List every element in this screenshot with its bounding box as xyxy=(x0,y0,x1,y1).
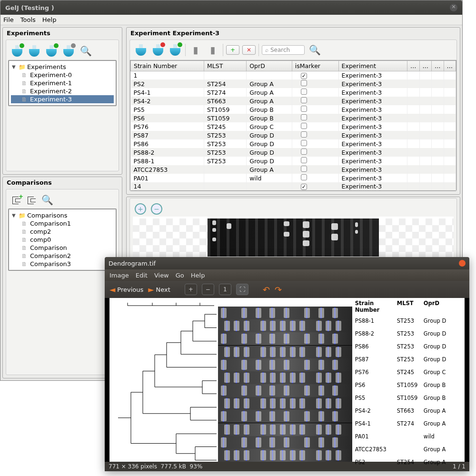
rotate-left-button[interactable]: ↶ xyxy=(263,285,270,295)
close-icon[interactable]: ✕ xyxy=(450,4,457,11)
titlebar[interactable]: GelJ (Testing ) ✕ xyxy=(0,0,462,15)
next-button[interactable]: ►Next xyxy=(148,285,170,294)
zoom-in-button[interactable]: + xyxy=(135,203,146,215)
checkbox[interactable] xyxy=(301,166,307,172)
th-mlst[interactable]: MLST xyxy=(204,61,247,71)
zoom-fit-button[interactable]: ⛶ xyxy=(236,284,248,295)
zoom-in-button[interactable]: + xyxy=(185,284,197,295)
remove-button[interactable]: ✕ xyxy=(242,45,256,55)
th-oprd[interactable]: OprD xyxy=(247,61,292,71)
edit-experiment-button[interactable] xyxy=(134,43,148,57)
search-input[interactable]: ⌕Search xyxy=(262,45,305,55)
viewer-menu-go[interactable]: Go xyxy=(176,272,184,279)
status-page: 1 / 1 xyxy=(453,463,466,470)
viewer-toolbar: ◄Previous ►Next + − 1 ⛶ ↶ ↷ xyxy=(105,281,469,298)
viewer-menu-image[interactable]: Image xyxy=(109,272,129,279)
table-row[interactable]: PS86ST253Group DExperiment-3 xyxy=(131,139,456,148)
tree-item[interactable]: 🗎Comparison3 xyxy=(11,260,114,268)
table-row[interactable]: PA01wildExperiment-3 xyxy=(131,174,456,182)
dendrogram-data-column: Strain Number MLST OprD PS88-1ST253Group… xyxy=(352,298,465,462)
tree-item[interactable]: 🗎Comparison2 xyxy=(11,252,114,260)
tree-item[interactable]: 🗎Experiment-2 xyxy=(11,87,114,95)
table-row[interactable]: 14Experiment-3 xyxy=(131,182,456,190)
th-ismarker[interactable]: isMarker xyxy=(292,61,338,71)
experiments-tree[interactable]: ▼📁Experiments🗎Experiment-0🗎Experiment-1🗎… xyxy=(8,60,117,106)
previous-button[interactable]: ◄Previous xyxy=(109,285,143,294)
checkbox[interactable] xyxy=(301,140,307,146)
rotate-right-button[interactable]: ↷ xyxy=(275,285,282,295)
table-row[interactable]: PS5ST1059Group BExperiment-3 xyxy=(131,105,456,114)
tree-item[interactable]: 🗎Experiment-1 xyxy=(11,79,114,87)
flask-duplicate-button[interactable] xyxy=(168,43,182,57)
marker-tool-2[interactable]: ▮ xyxy=(206,43,220,57)
zoom-out-button[interactable]: − xyxy=(151,203,162,215)
th-extra[interactable]: … xyxy=(444,61,456,71)
checkbox[interactable] xyxy=(301,97,307,103)
checkbox[interactable] xyxy=(301,174,307,180)
table-row[interactable]: PS88-1ST253Group DExperiment-3 xyxy=(131,157,456,165)
checkbox[interactable] xyxy=(301,114,307,120)
th-extra[interactable]: … xyxy=(432,61,444,71)
close-icon[interactable] xyxy=(459,260,466,267)
tree-item[interactable]: 🗎comp2 xyxy=(11,228,114,236)
tree-root[interactable]: ▼📁Experiments xyxy=(11,63,114,71)
tree-item[interactable]: 🗎Comparison1 xyxy=(11,219,114,228)
new-experiment-button[interactable] xyxy=(10,44,24,58)
zoom-out-button[interactable]: − xyxy=(202,284,214,295)
table-row[interactable]: PS4-1ST274Group AExperiment-3 xyxy=(131,88,456,97)
comparisons-toolbar: + 🔍 xyxy=(8,191,117,208)
table-row[interactable]: PS4-2ST663Group AExperiment-3 xyxy=(131,97,456,105)
checkbox[interactable] xyxy=(301,149,307,155)
viewer-body: Strain Number MLST OprD PS88-1ST253Group… xyxy=(105,298,469,462)
checkbox[interactable] xyxy=(301,184,307,190)
delete-experiment-button[interactable] xyxy=(151,43,165,57)
menu-file[interactable]: File xyxy=(3,16,14,23)
viewer-menu-help[interactable]: Help xyxy=(191,272,205,279)
flask-button-4[interactable] xyxy=(61,44,76,58)
viewer-titlebar[interactable]: Dendrogram.tif xyxy=(105,257,469,269)
tree-item[interactable]: 🗎comp0 xyxy=(11,236,114,244)
binoculars-icon[interactable]: 🔍 xyxy=(79,44,93,58)
checkbox[interactable] xyxy=(301,157,307,163)
search-icon: ⌕ xyxy=(265,47,268,53)
tree-item[interactable]: 🗎Experiment-3 xyxy=(11,95,114,103)
table-row[interactable]: PS6ST1059Group BExperiment-3 xyxy=(131,114,456,122)
th-extra[interactable]: … xyxy=(407,61,420,71)
zoom-100-button[interactable]: 1 xyxy=(219,284,231,295)
table-row[interactable]: PS88-2ST253Group DExperiment-3 xyxy=(131,148,456,157)
table-row[interactable]: PS76ST245Group CExperiment-3 xyxy=(131,122,456,131)
th-experiment[interactable]: Experiment xyxy=(338,61,407,71)
viewer-menu-edit[interactable]: Edit xyxy=(136,272,148,279)
marker-tool-1[interactable]: ▮ xyxy=(188,43,203,57)
checkbox[interactable] xyxy=(301,123,307,129)
flask-button-2[interactable] xyxy=(27,44,41,58)
new-dendrogram-button[interactable]: + xyxy=(10,193,23,207)
table-row[interactable]: ATCC27853Group AExperiment-3 xyxy=(131,165,456,174)
menu-tools[interactable]: Tools xyxy=(20,16,36,23)
dendrogram-row: PS76ST245Group C xyxy=(352,366,465,378)
comparisons-tree[interactable]: ▼📁Comparisons🗎Comparison1🗎comp2🗎comp0🗎Co… xyxy=(8,208,117,271)
table-row[interactable]: PS87ST253Group DExperiment-3 xyxy=(131,131,456,139)
checkbox[interactable] xyxy=(301,73,307,79)
checkbox[interactable] xyxy=(301,80,307,86)
dendrogram-button[interactable] xyxy=(25,193,39,207)
checkbox[interactable] xyxy=(301,106,307,112)
dendrogram xyxy=(109,308,218,467)
checkbox[interactable] xyxy=(301,89,307,95)
th-extra[interactable]: … xyxy=(419,61,432,71)
table-row[interactable]: 1Experiment-3 xyxy=(131,71,456,80)
strain-table[interactable]: Strain Number MLST OprD isMarker Experim… xyxy=(130,60,456,191)
tree-item[interactable]: 🗎Experiment-0 xyxy=(11,71,114,79)
flask-button-3[interactable] xyxy=(44,44,59,58)
th-strain[interactable]: Strain Number xyxy=(131,61,204,71)
menu-help[interactable]: Help xyxy=(42,16,57,23)
table-row[interactable]: PS2ST254Group AExperiment-3 xyxy=(131,79,456,88)
tree-item[interactable]: 🗎Comparison xyxy=(11,244,114,252)
divider xyxy=(185,44,186,56)
checkbox[interactable] xyxy=(301,131,307,138)
add-button[interactable]: + xyxy=(226,45,239,55)
binoculars-icon[interactable]: 🔍 xyxy=(307,43,322,57)
viewer-menu-view[interactable]: View xyxy=(154,272,169,279)
tree-root[interactable]: ▼📁Comparisons xyxy=(11,211,114,219)
binoculars-icon[interactable]: 🔍 xyxy=(40,193,54,207)
